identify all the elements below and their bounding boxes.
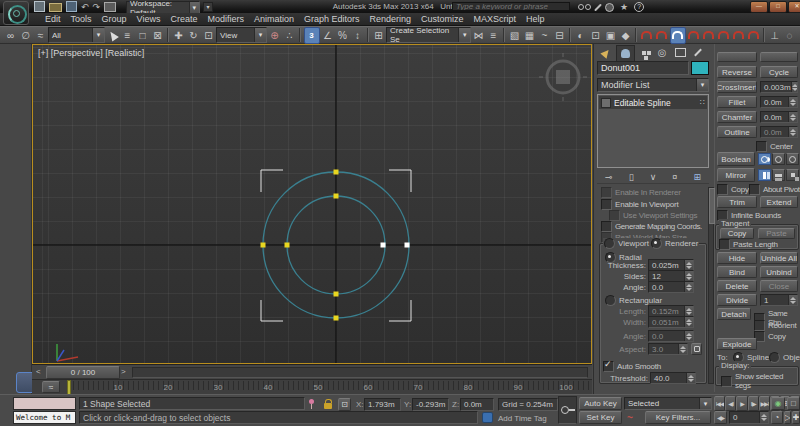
boolean-intersect-icon[interactable] (786, 153, 799, 165)
menu-tools[interactable]: Tools (66, 13, 97, 26)
menu-maxscript[interactable]: MAXScript (469, 13, 522, 26)
reverse-button[interactable]: Reverse (717, 66, 757, 78)
detach-button[interactable]: Detach (717, 308, 751, 320)
viewport-radio[interactable]: Viewport (603, 238, 650, 249)
menu-modifiers[interactable]: Modifiers (202, 13, 249, 26)
spinner[interactable] (684, 306, 693, 316)
detach-copy-checkbox[interactable]: Copy (754, 331, 786, 342)
clipped-button[interactable] (717, 52, 757, 62)
snap-frozen-icon[interactable] (747, 28, 761, 43)
key-filters-button[interactable]: Key Filters... (645, 411, 711, 424)
spinner[interactable] (684, 271, 693, 281)
chamfer-field[interactable]: 0.0m (760, 111, 798, 123)
play-button[interactable]: ▶ (736, 396, 747, 411)
spinner[interactable] (788, 97, 797, 107)
render-setup-icon[interactable]: ⊡ (589, 28, 603, 43)
cycle-button[interactable]: Cycle (760, 66, 798, 78)
absolute-offset-toggle-icon[interactable]: ⊡ (338, 398, 351, 411)
schematic-view-icon[interactable]: ⊟ (553, 28, 567, 43)
menu-customize[interactable]: Customize (416, 13, 469, 26)
remove-modifier-icon[interactable]: ¤ (672, 172, 677, 182)
outline-field[interactable]: 0.0m (760, 126, 798, 138)
close-button-geometry[interactable]: Close (760, 280, 798, 292)
spinner[interactable] (684, 282, 693, 292)
unbind-button[interactable]: Unbind (760, 266, 798, 278)
menu-views[interactable]: Views (132, 13, 166, 26)
divide-button[interactable]: Divide (717, 294, 757, 306)
x-coord-field[interactable]: 1.793m (364, 398, 401, 411)
select-and-manipulate-icon[interactable]: ∴ (283, 28, 297, 43)
unhide-all-button[interactable]: Unhide All (760, 252, 798, 264)
panel-scrollbar[interactable] (708, 187, 714, 384)
edit-named-selection-sets-icon[interactable]: ⊞ (372, 28, 386, 43)
named-selection-sets-dropdown[interactable]: Create Selection Se▾ (386, 27, 471, 43)
angle-field[interactable]: 0.0 (648, 281, 694, 293)
isolate-selection-pin-icon[interactable] (309, 399, 316, 409)
enable-in-viewport-checkbox[interactable]: Enable In Viewport (601, 199, 678, 210)
object-color-swatch[interactable] (691, 61, 709, 75)
panel-scrollbar-thumb[interactable] (709, 188, 715, 224)
chevron-down-icon[interactable]: ▾ (92, 28, 104, 42)
crossinsert-button[interactable]: CrossInsert (717, 81, 757, 93)
divide-field[interactable]: 1 (760, 294, 798, 306)
unlink-selection-icon[interactable]: ∅ (19, 28, 33, 43)
set-key-button[interactable]: Set Key (579, 411, 622, 424)
wrench-icon[interactable] (594, 3, 602, 11)
minimize-button[interactable]: — (750, 1, 768, 13)
percent-snap-icon[interactable]: % (336, 28, 350, 43)
favorites-star-icon[interactable]: ★ (620, 3, 628, 12)
pin-stack-icon[interactable]: ⊸ (605, 172, 613, 182)
time-slider-next-button[interactable]: > (121, 366, 129, 378)
snap-edge-icon[interactable] (717, 28, 731, 43)
spinner[interactable] (759, 412, 768, 423)
width-field[interactable]: 0.051m (648, 316, 694, 328)
maxscript-listener-field[interactable]: Welcome to M (13, 411, 76, 424)
tab-motion-icon[interactable]: ◎ (654, 45, 671, 60)
copy-checkbox[interactable]: Copy (717, 184, 749, 195)
tab-create-icon[interactable] (598, 45, 615, 60)
previous-frame-button[interactable]: ◀II (725, 396, 736, 411)
snap-face-icon[interactable] (732, 28, 746, 43)
snap-vertex-icon[interactable] (670, 27, 686, 44)
fillet-field[interactable]: 0.0m (760, 96, 798, 108)
pan-hand-icon[interactable]: ✚ (792, 411, 800, 424)
snap-endpoint-icon[interactable] (687, 28, 701, 43)
threshold-field[interactable]: 40.0 (650, 372, 696, 384)
angle-snap-icon[interactable]: ∠ (321, 28, 335, 43)
boolean-subtract-icon[interactable] (772, 153, 785, 165)
fillet-button[interactable]: Fillet (717, 96, 757, 108)
chevron-down-icon[interactable]: ▾ (458, 28, 470, 42)
redo-icon[interactable]: ↷ (93, 2, 101, 12)
render-production-icon[interactable]: ◆ (619, 28, 633, 43)
about-pivot-checkbox[interactable]: About Pivot (749, 184, 800, 195)
tangent-copy-button[interactable]: Copy (720, 228, 754, 239)
communication-center-icon[interactable] (605, 3, 614, 12)
center-checkbox[interactable]: Center (756, 141, 793, 152)
spinner[interactable] (686, 373, 695, 383)
menu-animation[interactable]: Animation (249, 13, 299, 26)
spinner[interactable] (788, 127, 797, 137)
select-by-name-icon[interactable]: ≡ (121, 28, 135, 43)
bind-button[interactable]: Bind (717, 266, 757, 278)
selection-lock-icon[interactable] (324, 399, 333, 409)
current-frame-field[interactable]: 0 (729, 411, 769, 424)
time-configuration-icon[interactable]: ◔ (771, 411, 783, 424)
spinner[interactable] (684, 331, 693, 341)
spinner[interactable] (788, 295, 797, 305)
undo-icon[interactable]: ↶ (81, 2, 89, 12)
snap-grid-icon[interactable] (640, 28, 654, 43)
macro-recorder-field[interactable] (13, 397, 76, 410)
zoom-extents-icon[interactable]: □ (787, 397, 800, 410)
z-coord-field[interactable]: 0.0m (460, 398, 494, 411)
snaps-toggle-icon[interactable]: 3 (304, 27, 320, 44)
clipped-button[interactable] (760, 52, 798, 62)
explode-button[interactable]: Explode (717, 338, 757, 350)
workspace-menu-arrow[interactable]: ▾ (203, 2, 213, 12)
mirror-button[interactable]: Mirror (717, 168, 755, 182)
select-object-icon[interactable] (106, 28, 120, 43)
enable-in-renderer-checkbox[interactable]: Enable In Renderer (601, 187, 681, 198)
default-in-out-tangent-icon[interactable]: ~ (627, 412, 633, 423)
tangent-paste-button[interactable]: Paste (758, 228, 795, 239)
close-button[interactable]: ✕ (788, 1, 800, 13)
renderer-radio[interactable]: Renderer (650, 238, 699, 249)
